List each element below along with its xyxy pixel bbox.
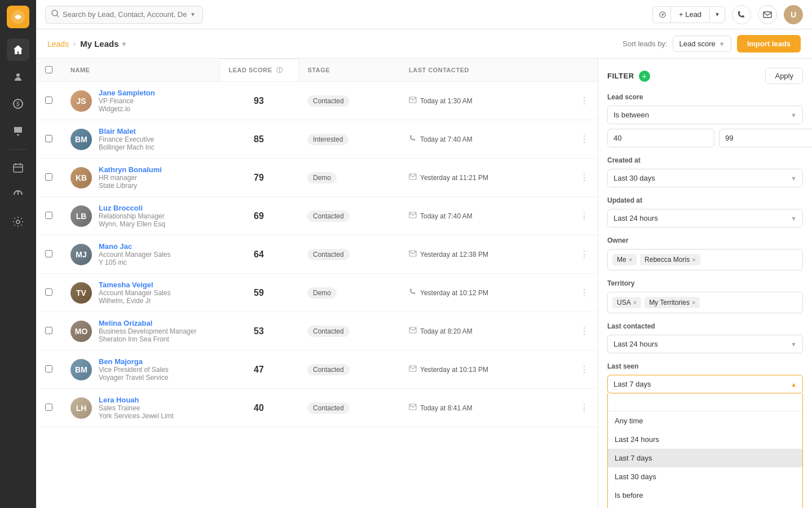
dropdown-option-is-after[interactable]: Is after [608, 505, 802, 508]
apply-filter-button[interactable]: Apply [765, 68, 803, 84]
breadcrumb-root[interactable]: Leads [47, 40, 69, 49]
lead-more-button[interactable]: ⋮ [580, 326, 589, 336]
email-button[interactable] [758, 5, 777, 24]
app-logo[interactable] [7, 6, 29, 28]
sidebar-item-deals[interactable]: $ [7, 93, 29, 115]
lead-score-cell: 40 [219, 389, 298, 427]
lead-title: Relationship Manager [99, 212, 165, 220]
svg-rect-8 [764, 12, 771, 17]
sidebar-item-calendar[interactable] [7, 156, 29, 179]
table-row[interactable]: MJ Mano Jac Account Manager Sales Y 105 … [36, 235, 598, 274]
filter-owner-tag-me-remove[interactable]: × [629, 256, 632, 263]
filter-last-contacted-select[interactable]: Last 24 hours ▼ [607, 335, 803, 353]
lead-name[interactable]: Kathryn Bonalumi [99, 165, 162, 174]
row-checkbox[interactable] [45, 327, 52, 334]
lead-name[interactable]: Jane Sampleton [99, 89, 155, 97]
lead-name[interactable]: Tamesha Veigel [99, 281, 170, 289]
sidebar-item-home[interactable] [7, 38, 29, 61]
search-icon [51, 10, 59, 20]
lead-more-button[interactable]: ⋮ [580, 172, 589, 183]
table-row[interactable]: LH Lera Houah Sales Trainee York Service… [36, 389, 598, 427]
table-row[interactable]: BM Blair Malet Finance Executive Bolling… [36, 120, 598, 159]
filter-lead-score-max[interactable] [719, 129, 812, 147]
lead-company: Wilhelm, Evide Jr [99, 297, 170, 305]
lead-name[interactable]: Mano Jac [99, 242, 170, 251]
filter-territory-tag-my-territories-remove[interactable]: × [692, 299, 695, 306]
row-checkbox[interactable] [45, 97, 52, 104]
lead-more-button[interactable]: ⋮ [580, 364, 589, 375]
th-lead-score: LEAD SCORE ⓘ [219, 59, 298, 82]
filter-owner-label: Owner [607, 237, 803, 244]
filter-lead-score-operator[interactable]: Is between ▼ [607, 106, 803, 124]
filter-updated-at-select[interactable]: Last 24 hours ▼ [607, 209, 803, 227]
lead-more-button[interactable]: ⋮ [580, 95, 589, 106]
select-all-checkbox[interactable] [45, 66, 52, 73]
row-checkbox[interactable] [45, 212, 52, 219]
lead-name[interactable]: Luz Broccoli [99, 204, 165, 212]
lead-company: State Library [99, 182, 162, 190]
lead-more-button[interactable]: ⋮ [580, 402, 589, 413]
sort-select[interactable]: Lead score ▼ [673, 36, 731, 52]
filter-last-seen-select[interactable]: Last 7 days ▲ [607, 375, 803, 393]
dropdown-option-any-time[interactable]: Any time [608, 411, 802, 430]
lead-more-button[interactable]: ⋮ [580, 287, 589, 298]
row-checkbox[interactable] [45, 288, 52, 296]
search-input[interactable] [63, 10, 187, 19]
add-lead-main[interactable]: + Lead [671, 7, 710, 22]
user-avatar[interactable]: U [784, 5, 803, 24]
sidebar-item-messages[interactable] [7, 120, 29, 142]
table-row[interactable]: TV Tamesha Veigel Account Manager Sales … [36, 274, 598, 312]
search-dropdown-icon[interactable]: ▼ [190, 11, 196, 17]
filter-owner-tag-rebecca-remove[interactable]: × [692, 256, 695, 263]
lead-contacted-cell: Yesterday at 10:13 PM [400, 351, 571, 389]
dropdown-search-input[interactable] [608, 393, 802, 411]
contact-icon [409, 211, 417, 221]
lead-more-button[interactable]: ⋮ [580, 249, 589, 260]
phone-button[interactable] [732, 5, 751, 24]
dropdown-option-is-before[interactable]: Is before [608, 486, 802, 505]
contacted-time: Yesterday at 10:13 PM [420, 366, 488, 374]
filter-add-button[interactable]: + [639, 71, 650, 82]
lead-contacted-cell: Yesterday at 12:38 PM [400, 235, 571, 274]
sidebar: $ [0, 0, 36, 508]
lead-name[interactable]: Lera Houah [99, 396, 174, 404]
row-checkbox-cell [36, 312, 61, 351]
filter-lead-score-min[interactable] [607, 129, 714, 147]
contact-icon [409, 288, 417, 297]
search-wrapper[interactable]: ▼ [45, 6, 203, 24]
row-checkbox[interactable] [45, 250, 52, 257]
dropdown-option-last-24-hours[interactable]: Last 24 hours [608, 430, 802, 449]
lead-more-button[interactable]: ⋮ [580, 211, 589, 221]
table-row[interactable]: MO Melina Orizabal Business Development … [36, 312, 598, 351]
lead-name[interactable]: Ben Majorga [99, 357, 169, 366]
row-checkbox[interactable] [45, 404, 52, 411]
add-lead-button[interactable]: + Lead ▼ [652, 6, 725, 23]
lead-details: Mano Jac Account Manager Sales Y 105 inc [99, 242, 170, 266]
lead-info: KB Kathryn Bonalumi HR manager State Lib… [70, 165, 210, 190]
import-leads-button[interactable]: Import leads [737, 35, 801, 52]
dropdown-option-last-7-days[interactable]: Last 7 days [608, 449, 802, 467]
sidebar-item-contacts[interactable] [7, 65, 29, 88]
table-row[interactable]: BM Ben Majorga Vice President of Sales V… [36, 351, 598, 389]
sidebar-item-settings[interactable] [7, 211, 29, 233]
filter-created-at-caret: ▼ [791, 175, 797, 182]
dropdown-option-last-30-days[interactable]: Last 30 days [608, 467, 802, 486]
filter-created-at-label: Created at [607, 156, 803, 164]
row-checkbox[interactable] [45, 173, 52, 181]
sidebar-item-analytics[interactable] [7, 183, 29, 206]
lead-more-button[interactable]: ⋮ [580, 134, 589, 144]
topnav-actions: + Lead ▼ U [652, 5, 803, 24]
filter-panel: FILTER + Apply Lead score Is between ▼ [598, 59, 812, 508]
row-checkbox[interactable] [45, 135, 52, 142]
breadcrumb-current[interactable]: My Leads ▼ [80, 39, 127, 49]
add-lead-caret[interactable]: ▼ [710, 8, 725, 21]
lead-name[interactable]: Blair Malet [99, 127, 155, 135]
table-row[interactable]: JS Jane Sampleton VP Finance Widgetz.io … [36, 82, 598, 120]
filter-last-seen-dropdown: Any time Last 24 hours Last 7 days Last … [607, 393, 803, 508]
lead-name[interactable]: Melina Orizabal [99, 319, 196, 327]
table-row[interactable]: KB Kathryn Bonalumi HR manager State Lib… [36, 159, 598, 197]
row-checkbox[interactable] [45, 365, 52, 373]
filter-created-at-select[interactable]: Last 30 days ▼ [607, 169, 803, 187]
table-row[interactable]: LB Luz Broccoli Relationship Manager Wyn… [36, 197, 598, 235]
filter-territory-tag-usa-remove[interactable]: × [633, 299, 637, 306]
